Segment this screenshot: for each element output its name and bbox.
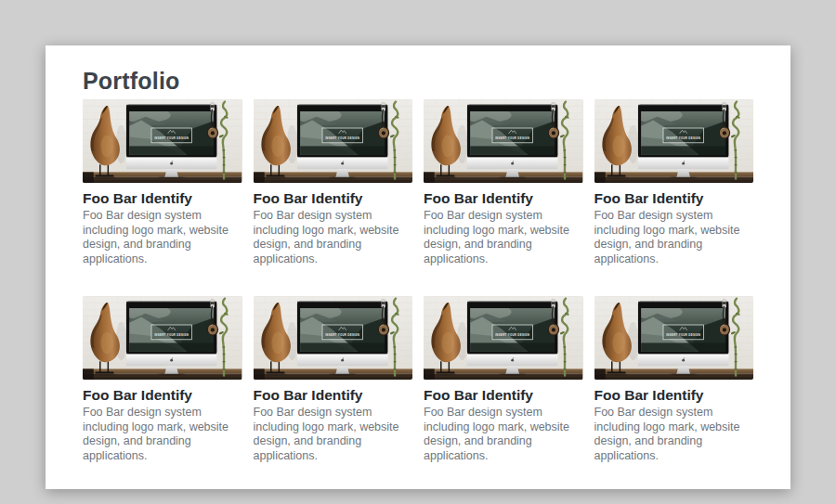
portfolio-item-description: Foo Bar design system including logo mar… <box>83 406 242 463</box>
portfolio-card[interactable]: Foo Bar Identify Foo Bar design system i… <box>83 99 242 266</box>
portfolio-card[interactable]: Foo Bar Identify Foo Bar design system i… <box>254 296 413 463</box>
portfolio-item-description: Foo Bar design system including logo mar… <box>424 209 583 266</box>
imac-desk-mockup-image <box>83 99 242 183</box>
portfolio-thumbnail[interactable] <box>594 296 754 380</box>
portfolio-item-title: Foo Bar Identify <box>254 189 413 207</box>
portfolio-card[interactable]: Foo Bar Identify Foo Bar design system i… <box>594 296 754 463</box>
portfolio-card[interactable]: Foo Bar Identify Foo Bar design system i… <box>424 296 583 463</box>
portfolio-thumbnail[interactable] <box>83 296 242 380</box>
imac-desk-mockup-image <box>254 99 413 183</box>
portfolio-item-title: Foo Bar Identify <box>594 386 754 404</box>
portfolio-thumbnail[interactable] <box>424 99 583 183</box>
portfolio-item-description: Foo Bar design system including logo mar… <box>254 209 413 266</box>
portfolio-item-description: Foo Bar design system including logo mar… <box>254 406 413 463</box>
portfolio-thumbnail[interactable] <box>254 296 413 380</box>
portfolio-item-title: Foo Bar Identify <box>424 386 583 404</box>
portfolio-item-title: Foo Bar Identify <box>83 386 242 404</box>
page-title: Portfolio <box>83 68 753 95</box>
imac-desk-mockup-image <box>424 99 583 183</box>
imac-desk-mockup-image <box>594 296 754 380</box>
portfolio-item-description: Foo Bar design system including logo mar… <box>83 209 242 266</box>
imac-desk-mockup-image <box>594 99 754 183</box>
portfolio-item-title: Foo Bar Identify <box>424 189 583 207</box>
imac-desk-mockup-image <box>254 296 413 380</box>
portfolio-thumbnail[interactable] <box>254 99 413 183</box>
portfolio-item-description: Foo Bar design system including logo mar… <box>594 209 754 266</box>
portfolio-thumbnail[interactable] <box>594 99 754 183</box>
portfolio-card[interactable]: Foo Bar Identify Foo Bar design system i… <box>594 99 754 266</box>
portfolio-card[interactable]: Foo Bar Identify Foo Bar design system i… <box>254 99 413 266</box>
portfolio-item-description: Foo Bar design system including logo mar… <box>594 406 754 463</box>
imac-desk-mockup-image <box>424 296 583 380</box>
portfolio-card[interactable]: Foo Bar Identify Foo Bar design system i… <box>424 99 583 266</box>
portfolio-item-description: Foo Bar design system including logo mar… <box>424 406 583 463</box>
portfolio-item-title: Foo Bar Identify <box>83 189 242 207</box>
portfolio-grid: Foo Bar Identify Foo Bar design system i… <box>83 99 753 463</box>
imac-desk-mockup-image <box>83 296 242 380</box>
portfolio-card[interactable]: Foo Bar Identify Foo Bar design system i… <box>83 296 242 463</box>
portfolio-item-title: Foo Bar Identify <box>254 386 413 404</box>
portfolio-thumbnail[interactable] <box>83 99 242 183</box>
portfolio-item-title: Foo Bar Identify <box>594 189 754 207</box>
content-sheet: Portfolio Foo Bar Identify Foo Bar desig… <box>46 45 790 489</box>
portfolio-thumbnail[interactable] <box>424 296 583 380</box>
